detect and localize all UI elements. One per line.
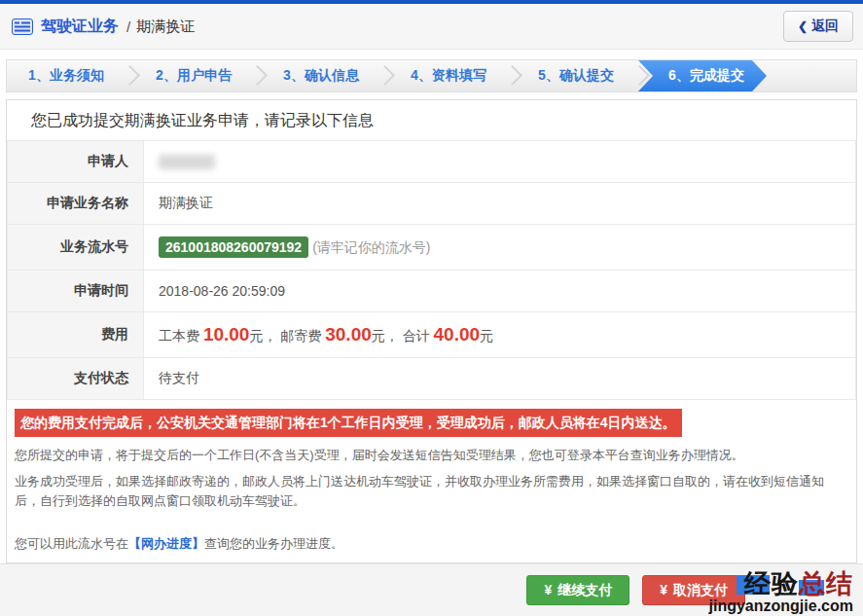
progress-hint-after: 查询您的业务办理进度。 [204, 536, 343, 551]
step-progress-bar: 1、业务须知 2、用户申告 3、确认信息 4、资料填写 5、确认提交 6、完成提… [6, 59, 857, 92]
step-label: 1、业务须知 [28, 67, 104, 85]
fee-item-label: 工本费 [159, 328, 203, 344]
fee-amount: 30.00 [325, 324, 372, 344]
apply-time-value: 2018-08-26 20:59:09 [144, 271, 856, 312]
apply-time-label: 申请时间 [8, 271, 144, 312]
business-name-label: 申请业务名称 [8, 183, 144, 225]
result-panel: 您已成功提交期满换证业务申请，请记录以下信息 申请人 申请业务名称 期满换证 业… [6, 99, 857, 562]
back-button[interactable]: ❮ 返回 [783, 11, 853, 42]
fee-item-label: 邮寄费 [280, 328, 325, 344]
cancel-payment-button[interactable]: ¥ 取消支付 [642, 575, 745, 605]
application-info-table: 申请人 申请业务名称 期满换证 业务流水号 261001808260079192… [7, 140, 856, 400]
redacted-name [159, 155, 215, 169]
step-1-business-notice: 1、业务须知 [7, 60, 126, 91]
yuan-icon: ¥ [660, 583, 667, 598]
serial-number-badge: 261001808260079192 [159, 236, 308, 258]
progress-hint-before: 您可以用此流水号在 [15, 536, 128, 551]
step-6-complete-active: 6、完成提交 [638, 60, 767, 91]
fee-unit: 元 [480, 328, 493, 344]
applicant-value [144, 141, 856, 183]
yuan-icon: ¥ [544, 583, 552, 598]
breadcrumb-divider: / [126, 18, 130, 35]
step-2-user-declaration: 2、用户申告 [134, 60, 253, 91]
table-row-payment-status: 支付状态 待支付 [8, 358, 856, 400]
form-list-icon [12, 18, 33, 35]
instruction-paragraph-1: 您所提交的申请，将于提交后的一个工作日(不含当天)受理，届时会发送短信告知受理结… [7, 446, 856, 465]
payment-status-value: 待支付 [144, 358, 856, 400]
fee-amount: 10.00 [203, 324, 250, 344]
cancel-payment-label: 取消支付 [673, 583, 728, 598]
success-message: 您已成功提交期满换证业务申请，请记录以下信息 [7, 100, 856, 140]
serial-number-note: (请牢记你的流水号) [312, 239, 430, 255]
table-row-applicant: 申请人 [8, 141, 856, 183]
step-5-confirm-submit: 5、确认提交 [517, 60, 635, 91]
payment-status-label: 支付状态 [8, 358, 144, 400]
step-bar-filler [767, 60, 856, 91]
table-row-business-name: 申请业务名称 期满换证 [8, 183, 856, 225]
breadcrumb-current: 期满换证 [136, 18, 195, 36]
instruction-paragraph-2: 业务成功受理后，如果选择邮政寄递的，邮政人员将上门送达机动车驾驶证，并收取办理业… [7, 472, 856, 511]
table-row-fee: 费用 工本费 10.00元， 邮寄费 30.00元， 合计 40.00元 [8, 312, 856, 358]
business-name-value: 期满换证 [144, 183, 856, 225]
continue-payment-label: 继续支付 [557, 583, 612, 598]
applicant-label: 申请人 [8, 141, 144, 183]
step-3-confirm-info: 3、确认信息 [262, 60, 380, 91]
step-label: 5、确认提交 [538, 67, 614, 85]
step-label: 6、完成提交 [668, 67, 744, 85]
serial-number-label: 业务流水号 [8, 225, 144, 271]
page-title: 驾驶证业务 [41, 17, 119, 37]
fee-item-label: 合计 [403, 328, 434, 344]
fee-unit: 元， [249, 328, 280, 344]
fee-value: 工本费 10.00元， 邮寄费 30.00元， 合计 40.00元 [144, 312, 856, 358]
payment-warning-banner: 您的费用支付完成后，公安机关交通管理部门将在1个工作日内受理，受理成功后，邮政人… [15, 409, 682, 437]
step-4-fill-data: 4、资料填写 [389, 60, 508, 91]
step-label: 2、用户申告 [156, 67, 232, 85]
back-chevron-icon: ❮ [798, 19, 808, 33]
fee-label: 费用 [8, 312, 144, 358]
table-row-apply-time: 申请时间 2018-08-26 20:59:09 [8, 271, 856, 312]
step-label: 3、确认信息 [283, 67, 359, 85]
fee-unit: 元， [372, 328, 403, 344]
progress-hint: 您可以用此流水号在【网办进度】查询您的业务办理进度。 [7, 534, 856, 554]
step-label: 4、资料填写 [411, 67, 486, 85]
serial-number-value: 261001808260079192(请牢记你的流水号) [144, 225, 856, 271]
page-header: 驾驶证业务 / 期满换证 ❮ 返回 [0, 4, 863, 49]
progress-link-text: 【网办进度】 [128, 536, 204, 551]
table-row-serial-number: 业务流水号 261001808260079192(请牢记你的流水号) [8, 225, 856, 271]
action-footer: ¥ 继续支付 ¥ 取消支付 [0, 563, 863, 616]
continue-payment-button[interactable]: ¥ 继续支付 [526, 575, 629, 605]
fee-amount: 40.00 [434, 324, 481, 344]
back-button-label: 返回 [811, 18, 839, 35]
